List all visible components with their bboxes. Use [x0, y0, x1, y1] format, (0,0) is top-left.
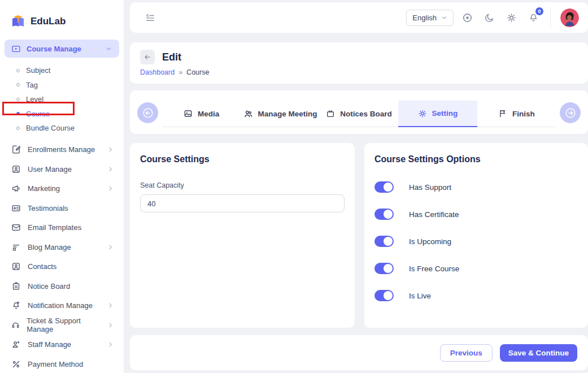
has-support-toggle[interactable]: [374, 181, 394, 193]
chevron-right-icon: [107, 302, 114, 309]
breadcrumb-separator: »: [178, 68, 182, 76]
edulab-logo-icon: [10, 14, 26, 29]
subitem-label: Level: [26, 95, 43, 103]
language-selector[interactable]: English: [406, 10, 454, 26]
toggle-label: Has Certificate: [409, 210, 459, 219]
id-card-icon: [11, 203, 21, 213]
arrow-right-circle-icon: [564, 107, 577, 119]
chevron-right-icon: [107, 341, 114, 348]
bullet-icon: [16, 112, 20, 115]
breadcrumb-dashboard-link[interactable]: Dashboard: [140, 68, 175, 76]
arrow-left-icon: [143, 53, 151, 61]
toggle-knob: [384, 183, 393, 192]
sidebar-item-staff-manage[interactable]: Staff Manage: [0, 335, 124, 355]
tab-media[interactable]: Media: [162, 101, 241, 127]
sidebar-item-marketing[interactable]: Marketing: [0, 179, 124, 199]
sidebar-subitem-course[interactable]: Course: [0, 107, 124, 122]
gear-icon: [418, 109, 427, 118]
sidebar-item-email-templates[interactable]: Email Templates: [0, 218, 124, 238]
sidebar-subitem-level[interactable]: Level: [0, 92, 124, 107]
moon-icon: [484, 12, 495, 23]
image-icon: [184, 109, 193, 118]
nav-label: Enrollments Manage: [28, 145, 95, 154]
previous-button[interactable]: Previous: [440, 344, 493, 362]
notifications-button[interactable]: 0: [525, 9, 542, 26]
subitem-label: Course: [26, 110, 50, 118]
toggle-row-is-upcoming: Is Upcoming: [374, 228, 578, 255]
gear-icon: [506, 12, 517, 23]
tabs-prev-button[interactable]: [137, 102, 158, 123]
bullet-icon: [16, 127, 20, 130]
tab-notices-board[interactable]: Notices Board: [320, 101, 398, 127]
chevron-right-icon: [107, 244, 114, 250]
subitem-label: Subject: [26, 66, 50, 75]
toggle-row-has-certificate: Has Certificate: [374, 201, 578, 228]
sidebar-item-user-manage[interactable]: User Manage: [0, 159, 124, 179]
has-certificate-toggle[interactable]: [374, 209, 394, 220]
user-avatar[interactable]: [560, 8, 579, 27]
is-live-toggle[interactable]: [374, 290, 394, 301]
course-settings-options-panel: Course Settings Options Has Support Has …: [364, 143, 588, 328]
toggle-list: Has Support Has Certificate Is Upcoming …: [374, 174, 578, 309]
blog-list-icon: [11, 242, 21, 252]
dark-mode-button[interactable]: [481, 9, 498, 26]
panel-title: Course Settings Options: [374, 154, 578, 164]
is-upcoming-toggle[interactable]: [374, 236, 394, 247]
flag-icon: [498, 109, 507, 118]
course-manage-submenu: Subject Tag Level Course Bundle Course: [0, 61, 124, 140]
notification-badge: 0: [535, 7, 543, 15]
chevron-right-icon: [107, 322, 114, 328]
chevron-right-icon: [107, 166, 114, 172]
sidebar-collapse-button[interactable]: [141, 9, 158, 26]
wizard-tabs: Media Manage Meeting Notices Board Setti…: [130, 90, 588, 134]
sidebar-item-enrollments-manage[interactable]: Enrollments Manage: [0, 140, 124, 160]
seat-capacity-input[interactable]: [140, 194, 345, 212]
tab-setting[interactable]: Setting: [398, 101, 477, 127]
save-continue-button[interactable]: Save & Continue: [500, 344, 577, 362]
megaphone-icon: [11, 184, 21, 193]
visit-site-button[interactable]: [459, 9, 476, 26]
bullet-icon: [16, 69, 20, 72]
sidebar-item-course-manage[interactable]: Course Manage: [5, 40, 119, 58]
tab-label: Media: [198, 110, 219, 118]
sidebar-subitem-subject[interactable]: Subject: [0, 63, 124, 78]
subitem-label: Bundle Course: [26, 124, 75, 132]
person-plus-icon: [11, 340, 21, 349]
chevron-right-icon: [107, 185, 114, 192]
clipboard-icon: [11, 281, 21, 291]
back-button[interactable]: [140, 50, 155, 64]
tab-manage-meeting[interactable]: Manage Meeting: [241, 101, 319, 127]
arrow-left-circle-icon: [142, 107, 154, 119]
sidebar-item-contacts[interactable]: Contacts: [0, 257, 124, 277]
nav-label: User Manage: [28, 165, 72, 174]
sidebar-item-notification-manage[interactable]: Notification Manage: [0, 296, 124, 316]
nav-label: Contacts: [28, 262, 56, 271]
seat-capacity-label: Seat Capacity: [140, 181, 345, 189]
sidebar-item-ticket-support-manage[interactable]: Ticket & Support Manage: [0, 315, 124, 335]
panel-title: Course Settings: [140, 154, 345, 164]
nav-label: Notice Board: [28, 282, 70, 290]
toggle-label: Has Support: [409, 183, 451, 192]
envelope-icon: [11, 223, 21, 232]
tab-label: Manage Meeting: [258, 110, 317, 118]
tab-finish[interactable]: Finish: [477, 101, 556, 127]
settings-button[interactable]: [503, 9, 520, 26]
toggle-label: Is Upcoming: [409, 237, 451, 246]
sidebar-subitem-tag[interactable]: Tag: [0, 78, 124, 93]
sidebar-subitem-bundle-course[interactable]: Bundle Course: [0, 121, 124, 136]
sidebar-item-testimonials[interactable]: Testimonials: [0, 198, 124, 218]
sidebar-item-blog-manage[interactable]: Blog Manage: [0, 237, 124, 257]
sidebar-nav: Enrollments Manage User Manage Marketing…: [0, 140, 124, 373]
is-free-course-toggle[interactable]: [374, 263, 394, 274]
user-icon: [11, 164, 21, 174]
sidebar-item-notice-board[interactable]: Notice Board: [0, 276, 124, 296]
footer-actions: Previous Save & Continue: [130, 335, 588, 370]
app-logo[interactable]: EduLab: [0, 0, 124, 34]
sidebar-item-label: Course Manage: [27, 45, 81, 53]
page-title: Edit: [162, 51, 181, 63]
nav-label: Marketing: [28, 184, 60, 193]
tabs-next-button[interactable]: [560, 102, 581, 123]
sidebar-item-payment-method[interactable]: Payment Method: [0, 354, 124, 373]
toggle-knob: [384, 291, 393, 300]
toggle-row-is-live: Is Live: [374, 282, 578, 309]
